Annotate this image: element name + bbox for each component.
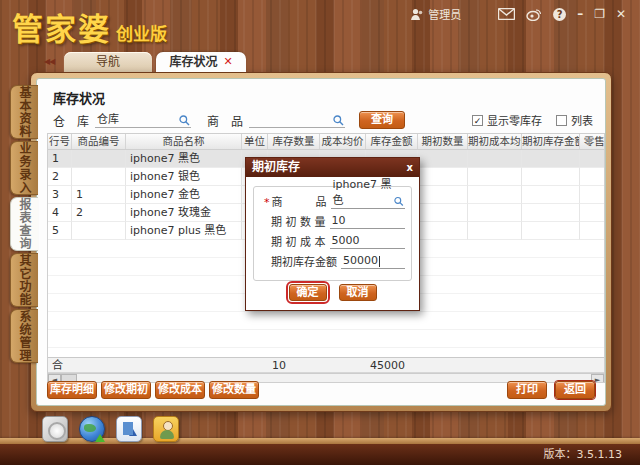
cell-row-no: 4 <box>48 204 72 222</box>
initial-amount-field: 期初库存金额 50000 <box>264 256 405 269</box>
initial-inventory-dialog: 期初库存 x * 商 品 iphone7 黑色 期 初 数 量 10 期 初 成… <box>245 157 420 311</box>
dock <box>42 416 179 442</box>
dock-globe-icon[interactable] <box>79 416 105 442</box>
initial-amount-label: 期初库存金额 <box>271 253 337 269</box>
list-checkbox[interactable]: 列表 <box>556 112 593 128</box>
tab-label: 库存状况 <box>169 52 217 72</box>
minimize-button[interactable]: – <box>577 8 583 20</box>
cell-code <box>72 222 126 240</box>
query-button[interactable]: 查询 <box>359 111 405 129</box>
print-button[interactable]: 打印 <box>507 381 547 399</box>
table-header: 行号 商品编号 商品名称 单位 库存数量 成本均价 库存金额 期初数量 期初成本… <box>48 134 604 150</box>
cell-code <box>72 150 126 168</box>
dock-upgrade-icon[interactable] <box>116 416 142 442</box>
total-row: 合计 10 45000 <box>48 357 604 373</box>
product-field-label: 商 品 <box>272 193 327 209</box>
product-field: * 商 品 iphone7 黑色 <box>264 196 405 209</box>
show-zero-label: 显示零库存 <box>487 112 542 128</box>
total-amount: 45000 <box>366 358 418 372</box>
modify-cost-button[interactable]: 修改成本 <box>155 381 205 399</box>
search-icon[interactable] <box>394 196 404 207</box>
user-menu[interactable]: 管理员 <box>410 6 461 22</box>
col-avg-cost[interactable]: 成本均价 <box>320 134 366 149</box>
sidebar-item-business-entry[interactable]: 业务录入 <box>10 141 38 195</box>
dialog-title: 期初库存 <box>252 158 300 177</box>
initial-amount-value: 50000 <box>343 254 380 267</box>
cell-name: iphone7 黑色 <box>126 150 242 168</box>
total-qty: 10 <box>268 358 320 372</box>
sidebar-item-basic-data[interactable]: 基本资料 <box>10 85 38 139</box>
dock-service-icon[interactable] <box>153 416 179 442</box>
col-stock-qty[interactable]: 库存数量 <box>268 134 320 149</box>
initial-cost-field: 期 初 成 本 5000 <box>264 236 405 249</box>
modify-qty-button[interactable]: 修改数量 <box>209 381 259 399</box>
search-icon[interactable] <box>179 115 190 126</box>
col-initial-qty[interactable]: 期初数量 <box>418 134 468 149</box>
app-logo: 管家婆 创业版 <box>12 4 167 49</box>
checkbox-checked-icon[interactable]: ✓ <box>472 115 483 126</box>
cancel-button[interactable]: 取消 <box>339 284 377 301</box>
cell-name: iphone7 plus 黑色 <box>126 222 242 240</box>
col-unit[interactable]: 单位 <box>242 134 268 149</box>
cell-name: iphone7 银色 <box>126 168 242 186</box>
filter-checkboxes: ✓ 显示零库存 列表 <box>472 112 593 128</box>
action-button-row: 库存明细 修改期初 修改成本 修改数量 打印 返回 <box>47 381 595 399</box>
col-initial-amount[interactable]: 期初库存金额 <box>522 134 580 149</box>
ok-button[interactable]: 确定 <box>289 284 327 301</box>
product-field-value: iphone7 黑色 <box>333 175 395 207</box>
initial-qty-value: 10 <box>332 214 346 227</box>
dialog-fields: * 商 品 iphone7 黑色 期 初 数 量 10 期 初 成 本 5000… <box>253 186 412 281</box>
col-product-name[interactable]: 商品名称 <box>126 134 242 149</box>
titlebar: 管理员 ? – ❐ ✕ <box>410 6 626 22</box>
sidebar: 基本资料 业务录入 报表查询 其它功能 系统管理 <box>10 85 38 365</box>
col-stock-amount[interactable]: 库存金额 <box>366 134 418 149</box>
tab-close-icon[interactable]: ✕ <box>223 52 232 72</box>
inventory-detail-button[interactable]: 库存明细 <box>47 381 97 399</box>
warehouse-value: 仓库 <box>97 110 119 126</box>
cell-code <box>72 168 126 186</box>
product-field-input[interactable]: iphone7 黑色 <box>331 175 406 209</box>
col-initial-avg-cost[interactable]: 期初成本均价 <box>468 134 522 149</box>
warehouse-input[interactable]: 仓库 <box>95 112 191 128</box>
col-retail-price[interactable]: 零售价 <box>580 134 605 149</box>
search-icon[interactable] <box>333 115 344 126</box>
initial-amount-input[interactable]: 50000 <box>341 254 405 269</box>
close-button[interactable]: ✕ <box>616 8 626 20</box>
tab-navigation[interactable]: 导航 <box>64 52 152 72</box>
mail-icon[interactable] <box>498 8 515 20</box>
show-zero-checkbox[interactable]: ✓ 显示零库存 <box>472 112 542 128</box>
cell-code: 2 <box>72 204 126 222</box>
cell-row-no: 1 <box>48 150 72 168</box>
initial-cost-input[interactable]: 5000 <box>330 234 406 249</box>
weibo-icon[interactable] <box>526 8 542 21</box>
list-label: 列表 <box>571 112 593 128</box>
logo-main-text: 管家婆 <box>12 4 111 49</box>
version-label: 版本：3.5.1.13 <box>544 444 622 465</box>
user-icon <box>410 8 424 21</box>
tab-inventory-status[interactable]: 库存状况 ✕ <box>156 52 246 72</box>
sidebar-item-report-query[interactable]: 报表查询 <box>10 197 38 251</box>
modify-initial-button[interactable]: 修改期初 <box>101 381 151 399</box>
initial-cost-label: 期 初 成 本 <box>271 233 326 249</box>
help-icon[interactable]: ? <box>553 8 566 21</box>
dock-gauge-icon[interactable] <box>42 416 68 442</box>
col-row-no[interactable]: 行号 <box>48 134 72 149</box>
warehouse-label: 仓 库 <box>53 112 89 129</box>
return-button[interactable]: 返回 <box>555 381 595 399</box>
cell-row-no: 3 <box>48 186 72 204</box>
cell-row-no: 2 <box>48 168 72 186</box>
tab-scroll-left-icon[interactable]: ◀◀ <box>44 57 54 66</box>
dialog-close-icon[interactable]: x <box>407 158 413 177</box>
initial-qty-input[interactable]: 10 <box>330 214 406 229</box>
product-input[interactable] <box>249 112 345 128</box>
cell-code: 1 <box>72 186 126 204</box>
initial-qty-label: 期 初 数 量 <box>271 213 326 229</box>
maximize-button[interactable]: ❐ <box>594 8 605 20</box>
sidebar-item-system-management[interactable]: 系统管理 <box>10 309 38 363</box>
col-product-code[interactable]: 商品编号 <box>72 134 126 149</box>
initial-qty-field: 期 初 数 量 10 <box>264 216 405 229</box>
checkbox-empty-icon[interactable] <box>556 115 567 126</box>
sidebar-item-other-functions[interactable]: 其它功能 <box>10 253 38 307</box>
product-label: 商 品 <box>207 112 243 129</box>
cell-row-no: 5 <box>48 222 72 240</box>
